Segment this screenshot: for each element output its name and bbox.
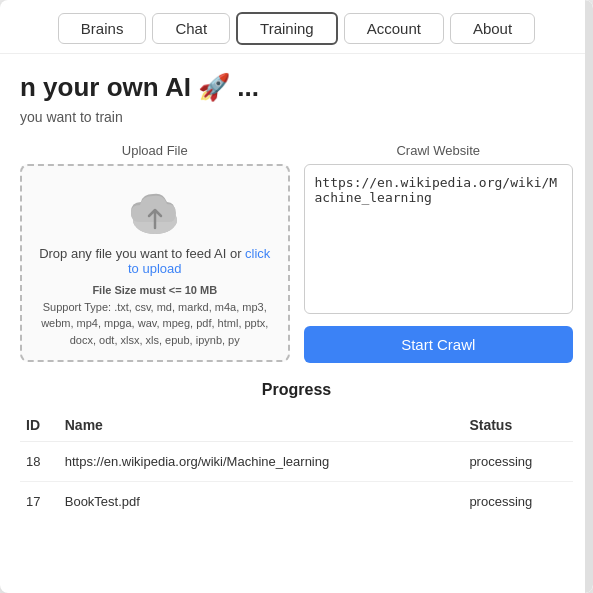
nav-training[interactable]: Training: [236, 12, 338, 45]
upload-section: Upload File Drop any file you want to fe…: [20, 143, 290, 363]
table-row: 18 https://en.wikipedia.org/wiki/Machine…: [20, 442, 573, 482]
col-id: ID: [20, 409, 59, 442]
upload-text: Drop any file you want to feed AI or cli…: [34, 246, 276, 276]
cell-id: 17: [20, 482, 59, 522]
navigation: Brains Chat Training Account About: [0, 0, 593, 54]
main-content: n your own AI 🚀 ... you want to train Up…: [0, 54, 593, 541]
start-crawl-button[interactable]: Start Crawl: [304, 326, 574, 363]
progress-table: ID Name Status 18 https://en.wikipedia.o…: [20, 409, 573, 521]
nav-brains[interactable]: Brains: [58, 13, 147, 44]
upload-crawl-row: Upload File Drop any file you want to fe…: [20, 143, 573, 363]
file-info: File Size must <= 10 MB Support Type: .t…: [34, 282, 276, 348]
cell-name: BookTest.pdf: [59, 482, 464, 522]
cloud-upload-icon: [123, 184, 187, 238]
crawl-section: Crawl Website https://en.wikipedia.org/w…: [304, 143, 574, 363]
page-title: n your own AI 🚀 ...: [20, 72, 573, 103]
upload-label: Upload File: [20, 143, 290, 158]
nav-about[interactable]: About: [450, 13, 535, 44]
nav-account[interactable]: Account: [344, 13, 444, 44]
nav-chat[interactable]: Chat: [152, 13, 230, 44]
table-row: 17 BookTest.pdf processing: [20, 482, 573, 522]
crawl-url-input[interactable]: https://en.wikipedia.org/wiki/Machine_le…: [304, 164, 574, 314]
progress-section: Progress ID Name Status 18 https://en.wi…: [20, 381, 573, 521]
upload-dropzone[interactable]: Drop any file you want to feed AI or cli…: [20, 164, 290, 362]
cell-id: 18: [20, 442, 59, 482]
col-name: Name: [59, 409, 464, 442]
col-status: Status: [463, 409, 573, 442]
cell-status: processing: [463, 482, 573, 522]
page-subtitle: you want to train: [20, 109, 573, 125]
cell-status: processing: [463, 442, 573, 482]
crawl-label: Crawl Website: [304, 143, 574, 158]
cell-name: https://en.wikipedia.org/wiki/Machine_le…: [59, 442, 464, 482]
app-window: Brains Chat Training Account About n you…: [0, 0, 593, 593]
progress-title: Progress: [20, 381, 573, 399]
